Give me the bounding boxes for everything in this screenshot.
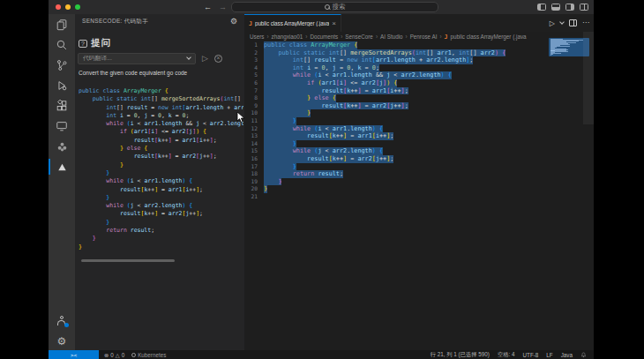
breadcrumb-separator: › <box>376 34 378 40</box>
code-line[interactable]: 18 return result; <box>244 170 594 178</box>
tab-bar: J public class ArrayMerger (.java × ▷ ⋯ <box>244 14 594 32</box>
chevron-down-icon <box>186 55 191 60</box>
settings-button[interactable]: ⚙ <box>49 333 75 350</box>
notification-badge <box>64 323 69 327</box>
status-item[interactable]: 空格: 4 <box>498 351 515 359</box>
sidebar-item-search[interactable] <box>49 36 75 54</box>
breadcrumb-separator: › <box>406 34 408 40</box>
run-file-icon[interactable]: ▷ <box>550 19 555 27</box>
sidebar-code-line: } else { <box>79 144 243 152</box>
code-line[interactable]: 8 } else { <box>244 94 594 102</box>
debug-icon <box>56 79 68 92</box>
code-line[interactable]: 9 result[k++] = arr2[j++]; <box>244 102 594 110</box>
code-line[interactable]: 2 public static int[] mergeSortedArrays(… <box>244 49 594 57</box>
breadcrumb-item[interactable]: Documents <box>310 34 338 40</box>
problems-status[interactable]: ⊗ 0 △ 0 <box>104 352 124 358</box>
code-line[interactable]: 10 } <box>244 109 594 117</box>
sidebar-item-extensions[interactable] <box>49 97 75 115</box>
breadcrumb-separator: › <box>266 34 268 40</box>
sidebar-item-sensecode[interactable] <box>49 158 75 176</box>
kubernetes-icon <box>131 353 136 357</box>
toggle-panel-icon[interactable] <box>551 4 560 11</box>
status-item[interactable]: Java <box>561 352 573 358</box>
code-line[interactable]: 1public class ArrayMerger { <box>244 41 594 49</box>
code-line[interactable]: 13 result[k++] = arr1[i++]; <box>244 132 594 140</box>
close-window-button[interactable] <box>56 4 61 10</box>
code-line[interactable]: 7 result[k++] = arr1[i++]; <box>244 87 594 95</box>
files-icon <box>56 19 68 31</box>
question-bubble-icon: ? <box>79 40 87 48</box>
sidebar-code-line: while (i < arr1.length) { <box>79 176 243 184</box>
sidebar-item-plugin[interactable] <box>49 138 75 155</box>
sidebar-code-line: int i = 0, j = 0, k = 0; <box>79 111 243 119</box>
code-line[interactable]: 21 <box>244 193 594 201</box>
sidebar-code[interactable]: public class ArrayMerger { public static… <box>79 86 243 252</box>
minimap-slider[interactable] <box>583 32 594 124</box>
code-line[interactable]: 4 int i = 0, j = 0, k = 0; <box>244 64 594 72</box>
code-line[interactable]: 16 result[k++] = arr2[j++]; <box>244 155 594 163</box>
customize-layout-icon[interactable] <box>580 4 588 11</box>
activity-bar: ⚙ <box>49 14 75 350</box>
code-line[interactable]: 17 } <box>244 163 594 171</box>
breadcrumb-item[interactable]: Penrose AI <box>410 34 438 40</box>
status-right: 行 21, 列 1 (已选择 590)空格: 4UTF-8LFJava <box>431 351 587 359</box>
kubernetes-context[interactable]: Kubernetes <box>131 352 166 358</box>
back-icon[interactable]: ← <box>204 1 212 13</box>
send-icon[interactable]: ▷ <box>202 54 208 63</box>
sidebar-code-line: while (i < arr1.length && j < arr2.lengt… <box>79 119 243 127</box>
code-line[interactable]: 14 } <box>244 140 594 148</box>
tab-arraymerger[interactable]: J public class ArrayMerger (.java × <box>244 14 341 32</box>
prompt-dropdown[interactable]: 代码翻译... <box>78 53 196 64</box>
code-line[interactable]: 6 if (arr1[i] <= arr2[j]) { <box>244 79 594 87</box>
code-line[interactable]: 11 } <box>244 117 594 125</box>
sidebar-code-line: } <box>79 234 243 242</box>
sidebar-item-source-control[interactable] <box>49 56 75 74</box>
run-dropdown-chevron-icon[interactable] <box>559 19 565 25</box>
sidebar-horizontal-scrollbar[interactable] <box>81 259 175 262</box>
search-command-center[interactable]: 搜索 <box>231 2 438 12</box>
breadcrumb-item[interactable]: AI Studio <box>380 34 403 40</box>
sidebar-code-line: } <box>79 243 243 251</box>
zoom-window-button[interactable] <box>75 4 80 10</box>
status-item[interactable]: LF <box>546 352 552 358</box>
sidebar-code-line: while (j < arr2.length) { <box>79 201 243 209</box>
code-line[interactable]: 15 while (j < arr2.length) { <box>244 147 594 155</box>
title-bar: ← → 搜索 <box>49 0 594 14</box>
sidebar-code-line: } <box>79 168 243 176</box>
editor-code[interactable]: 1public class ArrayMerger {2 public stat… <box>244 41 594 341</box>
sidebar-item-run-debug[interactable] <box>49 77 75 94</box>
forward-icon[interactable]: → <box>219 1 227 13</box>
sidebar-code-line: int[] result = new int[arr1.length + arr… <box>79 103 243 111</box>
split-editor-icon[interactable] <box>569 19 577 26</box>
status-item[interactable]: UTF-8 <box>522 352 538 358</box>
cancel-circle-icon[interactable]: × <box>214 55 222 63</box>
code-line[interactable]: 5 while (i < arr1.length && j < arr2.len… <box>244 71 594 79</box>
toggle-sidebar-icon[interactable] <box>537 4 546 11</box>
code-line[interactable]: 12 while (i < arr1.length) { <box>244 125 594 133</box>
breadcrumb-item[interactable]: zhangxiao01 <box>272 34 303 40</box>
code-line[interactable]: 19 } <box>244 178 594 186</box>
sidebar-item-remote-explorer[interactable] <box>49 117 75 135</box>
sidebar-item-explorer[interactable] <box>49 16 75 34</box>
vscode-window: ← → 搜索 <box>49 0 594 359</box>
sidebar-code-line: public static int[] mergeSortedArrays(in… <box>79 94 243 102</box>
sidebar-title: SENSECODE: 代码助手 <box>82 18 230 26</box>
breadcrumb-file[interactable]: public class ArrayMerger (.java <box>451 34 527 40</box>
warning-count: 0 <box>122 352 125 358</box>
remote-indicator[interactable]: >< <box>49 350 99 359</box>
minimize-window-button[interactable] <box>65 4 71 10</box>
more-actions-icon[interactable]: ⋯ <box>582 20 589 26</box>
tab-label: public class ArrayMerger (.java <box>255 20 329 26</box>
bell-icon[interactable] <box>580 352 587 358</box>
sidebar-settings-icon[interactable]: ⚙ <box>230 17 237 26</box>
account-button[interactable] <box>49 312 75 330</box>
close-tab-icon[interactable]: × <box>332 20 336 27</box>
breadcrumb-item[interactable]: Users <box>250 34 264 40</box>
breadcrumb-item[interactable]: SenseCore <box>345 34 373 40</box>
toggle-secondary-sidebar-icon[interactable] <box>565 4 574 11</box>
sidebar-header: SENSECODE: 代码助手 ⚙ <box>75 14 244 28</box>
code-line[interactable]: 20} <box>244 185 594 193</box>
monitor-icon <box>56 120 68 132</box>
status-item[interactable]: 行 21, 列 1 (已选择 590) <box>431 351 490 359</box>
code-line[interactable]: 3 int[] result = new int[arr1.length + a… <box>244 56 594 64</box>
